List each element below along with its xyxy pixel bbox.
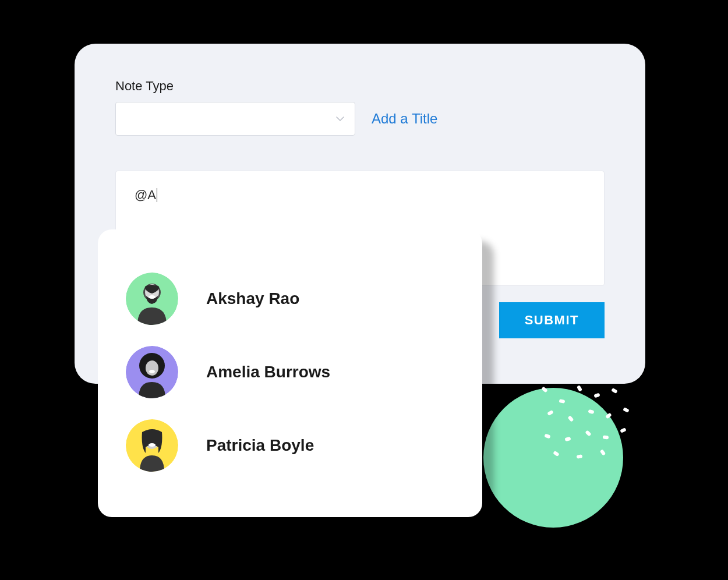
svg-point-6	[146, 360, 158, 376]
note-type-select[interactable]	[115, 102, 355, 136]
add-title-link[interactable]: Add a Title	[372, 111, 437, 127]
chevron-down-icon	[336, 115, 344, 123]
note-type-row: Add a Title	[115, 102, 605, 136]
svg-point-3	[149, 295, 156, 299]
svg-point-10	[149, 443, 156, 447]
decorative-dots	[536, 382, 641, 464]
note-type-label: Note Type	[115, 79, 605, 94]
editor-text: @A	[135, 188, 156, 202]
mention-name: Akshay Rao	[206, 289, 299, 308]
mention-name: Patricia Boyle	[206, 436, 314, 455]
mention-item[interactable]: Patricia Boyle	[126, 409, 454, 482]
avatar	[126, 273, 178, 325]
avatar	[126, 346, 178, 398]
svg-point-7	[149, 370, 155, 373]
mention-name: Amelia Burrows	[206, 363, 330, 381]
avatar	[126, 419, 178, 472]
text-cursor	[157, 188, 157, 202]
submit-button[interactable]: SUBMIT	[499, 302, 605, 338]
mention-popup: Akshay Rao Amelia Burrows Patricia Boyle	[98, 229, 482, 517]
mention-item[interactable]: Akshay Rao	[126, 262, 454, 335]
mention-item[interactable]: Amelia Burrows	[126, 335, 454, 409]
